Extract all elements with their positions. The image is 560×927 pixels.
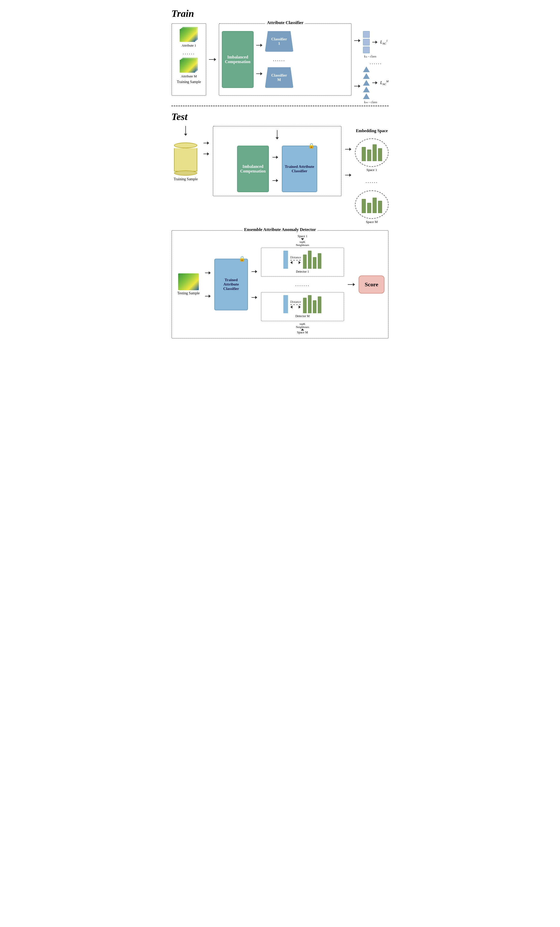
bar1	[362, 147, 366, 161]
barM4	[378, 201, 382, 213]
outputM-group: LACM kₘ - class	[363, 67, 389, 104]
ensemble-inner: Testing Sample 🔒 Trained At	[176, 234, 384, 334]
imbalanced-label: Imbalanced Compensation	[225, 55, 250, 64]
lossM-label: LACM	[380, 80, 389, 86]
imbalanced-comp-box: Imbalanced Compensation	[222, 31, 253, 88]
bar3	[373, 144, 377, 161]
triangles-group	[363, 67, 370, 99]
train-label: Train	[171, 8, 389, 19]
arrow-to-score	[348, 283, 355, 286]
tri5	[363, 93, 370, 99]
tri4	[363, 87, 370, 92]
attributeM-images	[180, 58, 198, 74]
squares-group	[363, 31, 370, 53]
test-section: Test Training Sample	[171, 111, 389, 224]
arrows-clf-to-detectors	[252, 259, 257, 310]
detectorM-inner: Distance	[283, 295, 321, 313]
arrows-to-spaces	[345, 136, 351, 188]
classifier-dots: ......	[265, 56, 293, 62]
test-imbalanced-box: Imbalanced Compensation	[237, 146, 269, 192]
arrows-testing-to-clf	[205, 261, 211, 308]
detM-bars	[303, 295, 321, 313]
embedding-label: Embedding Space	[356, 129, 387, 133]
kM-label: kₘ - class	[364, 100, 377, 104]
arrow-to-imbalanced	[209, 23, 216, 96]
top-arrow	[276, 130, 279, 140]
down-arrow-from-train	[184, 126, 187, 136]
ensemble-outer-box: Ensemble Attribute Anomaly Detector Test…	[171, 230, 389, 339]
query-bar1	[283, 251, 288, 269]
loss1-label: LAC1	[380, 39, 387, 45]
ensemble-trained-classifier: 🔒 Trained Attribute Classifier	[214, 259, 248, 310]
test-label: Test	[171, 111, 389, 122]
barM3	[373, 198, 377, 213]
classifiers-col: Classifier 1 ...... Classifier M	[265, 31, 293, 88]
detectorM-box: Distance	[261, 292, 344, 321]
classifierM-box: Classifier M	[265, 67, 293, 88]
training-box-label: Training Sample	[177, 80, 201, 84]
space1-group: Space 1	[355, 138, 389, 172]
testing-label: Testing Sample	[178, 291, 200, 295]
attr1-img-front	[180, 29, 195, 42]
tri2	[363, 73, 370, 79]
bar4	[378, 148, 382, 161]
distanceM-label: Distance	[290, 300, 301, 304]
train-section: Train Attribute 1 ......	[171, 5, 389, 101]
query-barM	[283, 295, 288, 313]
test-imbalanced-label: Imbalanced Compensation	[240, 164, 266, 173]
ensemble-label: Ensemble Attribute Anomaly Detector	[243, 227, 317, 232]
det1-bars	[303, 251, 321, 269]
distanceM: Distance	[290, 300, 301, 308]
sq1	[363, 31, 370, 38]
sq2	[363, 39, 370, 46]
detectorM-wrapper: Distance	[261, 292, 344, 334]
barM1	[362, 199, 366, 213]
spaceM-topk: topK Neighbours Space M	[261, 322, 344, 334]
ensemble-trained-label: Trained Attribute Classifier	[223, 278, 239, 291]
classifierM-group: Classifier M	[265, 67, 293, 88]
bar2	[367, 149, 371, 161]
output-dots: ......	[363, 59, 389, 65]
testing-image	[178, 274, 199, 290]
ensemble-section: Ensemble Attribute Anomaly Detector Test…	[171, 230, 389, 339]
detector1-box: Distance	[261, 248, 344, 277]
test-dashed-box: Imbalanced Compensation	[213, 126, 341, 196]
barM2	[367, 203, 371, 213]
attributeM-label: Attribute M	[181, 74, 197, 78]
trained-classifier-label: Trained Attribute Classifier	[285, 164, 314, 173]
spaceM-group: Space M	[355, 190, 389, 224]
attribute1-label: Attribute 1	[182, 44, 196, 47]
classifierM-label: Classifier M	[271, 73, 287, 82]
test-arrows-to-imb	[203, 141, 209, 155]
line-h1	[209, 59, 214, 60]
spaceM-circle	[355, 190, 389, 219]
test-left-col: Training Sample	[171, 126, 200, 181]
attribute1-images	[180, 27, 198, 43]
score-label: Score	[365, 281, 378, 287]
spaceM-label-det: Space M	[297, 331, 308, 334]
k1-label: k₁ - class	[364, 54, 376, 58]
space1-label: Space 1	[367, 168, 377, 172]
classifier1-box: Classifier 1	[265, 31, 293, 52]
trained-attr-classifier-box: 🔒 Trained Attribute Classifier	[282, 146, 317, 192]
space1-bars	[362, 144, 382, 161]
output1-group: LAC1 k₁ - class	[363, 31, 389, 58]
testing-sample-col: Testing Sample	[176, 274, 202, 295]
section-separator	[171, 105, 389, 106]
attr-classifier-label: Attribute Classifier	[266, 20, 305, 25]
detector1-wrapper: Space 1 topK Neighbours	[261, 234, 344, 277]
attr-classifier-box: Attribute Classifier Imbalanced Compensa…	[219, 23, 352, 96]
topkM-label: topK Neighbours	[296, 322, 309, 328]
diagram: Train Attribute 1 ......	[164, 0, 396, 344]
cyl-body	[174, 148, 197, 172]
detectors-col: Space 1 topK Neighbours	[261, 234, 344, 334]
cyl-top	[174, 143, 197, 148]
outputs-col: LAC1 k₁ - class ......	[363, 23, 389, 96]
classifier1-label: Classifier 1	[271, 37, 287, 46]
tri3	[363, 80, 370, 86]
spaceM-bars	[362, 196, 382, 213]
attrM-img-front	[180, 60, 195, 73]
detectorM-label: Detector M	[295, 314, 310, 318]
topk-label1: topK Neighbours	[296, 240, 309, 246]
detectors-dots: .......	[261, 281, 344, 287]
